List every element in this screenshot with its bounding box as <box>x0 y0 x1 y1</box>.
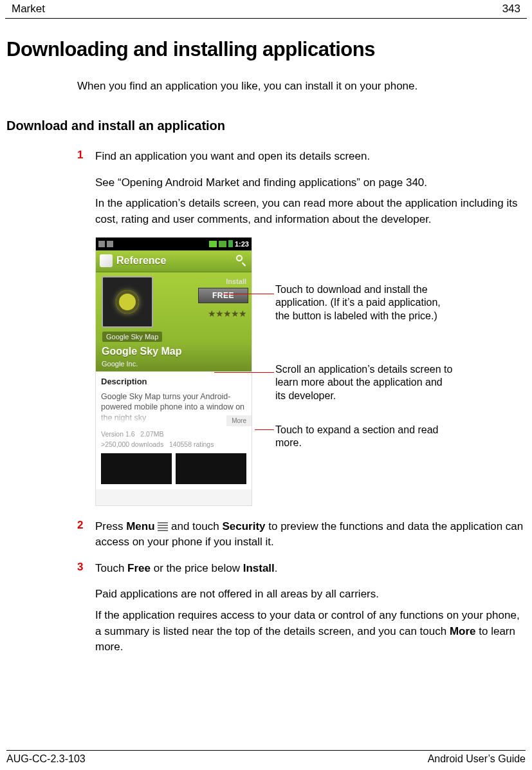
callout-3: Touch to expand a section and read more. <box>275 424 455 451</box>
step-body: Touch Free or the price below Install. <box>95 561 278 582</box>
app-hero: Install FREE ★★★★★ Google Sky Map Google… <box>96 272 252 371</box>
step-number: 3 <box>77 561 95 582</box>
callout-line <box>223 294 274 294</box>
phone-screenshot: 1:23 Reference Install FREE ★★★★★ Google… <box>95 237 252 506</box>
callout-2: Scroll an application’s details screen t… <box>275 363 455 403</box>
step-body: Press Menu and touch Security to preview… <box>95 519 526 556</box>
section-title: Download and install an application <box>6 118 526 133</box>
market-logo-icon <box>100 254 113 267</box>
intro-paragraph: When you find an application you like, y… <box>77 79 526 94</box>
step-1-sub-a: See “Opening Android Market and finding … <box>95 175 526 191</box>
app-icon <box>102 276 153 328</box>
clock: 1:23 <box>235 240 249 248</box>
step-1: 1 Find an application you want and open … <box>77 149 526 170</box>
step-number: 2 <box>77 519 95 556</box>
app-developer: Google Inc. <box>102 360 138 368</box>
status-left-icons <box>98 241 113 247</box>
status-right-icons: 1:23 <box>209 240 249 248</box>
install-word: Install <box>243 562 275 574</box>
meta-line-2: >250,000 downloads 140558 ratings <box>96 440 252 451</box>
market-category-title: Reference <box>116 255 166 267</box>
step-text: Find an application you want and open it… <box>95 149 370 165</box>
step-3-sub-b: If the application requires access to yo… <box>95 608 526 655</box>
menu-label: Menu <box>126 520 154 532</box>
search-icon[interactable] <box>236 255 248 267</box>
page-footer: AUG-CC-2.3-103 Android User’s Guide <box>6 750 526 765</box>
step-text: Touch Free or the price below Install. <box>95 561 278 577</box>
step-body: Find an application you want and open it… <box>95 149 370 170</box>
header-section: Market <box>12 3 45 15</box>
signal-icon <box>219 241 226 247</box>
step-1-sub-b: In the application’s details screen, you… <box>95 196 526 227</box>
callout-line <box>255 429 274 430</box>
app-name: Google Sky Map <box>102 346 181 357</box>
step-number: 1 <box>77 149 95 170</box>
step-2: 2 Press Menu and touch Security to previ… <box>77 519 526 556</box>
step-text: Press Menu and touch Security to preview… <box>95 519 526 550</box>
step-3-sub-a: Paid applications are not offered in all… <box>95 587 526 603</box>
description-block: Description Google Sky Map turns your An… <box>96 371 252 425</box>
free-label: Free <box>127 562 151 574</box>
more-label: More <box>450 625 476 637</box>
screenshot-gallery[interactable] <box>96 451 252 489</box>
meta-line-1: Version 1.6 2.07MB <box>96 425 252 440</box>
description-text: Google Sky Map turns your Android-powere… <box>101 391 246 425</box>
screenshot-figure: 1:23 Reference Install FREE ★★★★★ Google… <box>95 237 526 511</box>
callout-1: Touch to download and install the applic… <box>275 283 455 323</box>
more-button[interactable]: More <box>226 415 252 426</box>
callout-line <box>214 372 274 373</box>
gallery-thumb[interactable] <box>101 453 172 484</box>
status-bar: 1:23 <box>96 238 252 250</box>
page-content: Downloading and installing applications … <box>0 19 532 655</box>
page-title: Downloading and installing applications <box>6 38 526 61</box>
install-label: Install <box>226 277 246 285</box>
page-header: Market 343 <box>5 0 527 19</box>
gallery-thumb[interactable] <box>176 453 246 484</box>
signal-icon <box>209 241 217 247</box>
security-label: Security <box>222 520 265 532</box>
app-category-badge: Google Sky Map <box>102 332 162 342</box>
footer-guide-name: Android User’s Guide <box>428 753 526 765</box>
footer-doc-id: AUG-CC-2.3-103 <box>6 753 86 765</box>
battery-icon <box>228 240 233 247</box>
market-header: Reference <box>96 250 252 272</box>
menu-icon <box>158 521 168 532</box>
header-page-number: 343 <box>502 3 520 15</box>
rating-stars: ★★★★★ <box>208 308 246 319</box>
description-header: Description <box>101 377 246 386</box>
free-button[interactable]: FREE <box>198 288 248 303</box>
step-3: 3 Touch Free or the price below Install. <box>77 561 526 582</box>
